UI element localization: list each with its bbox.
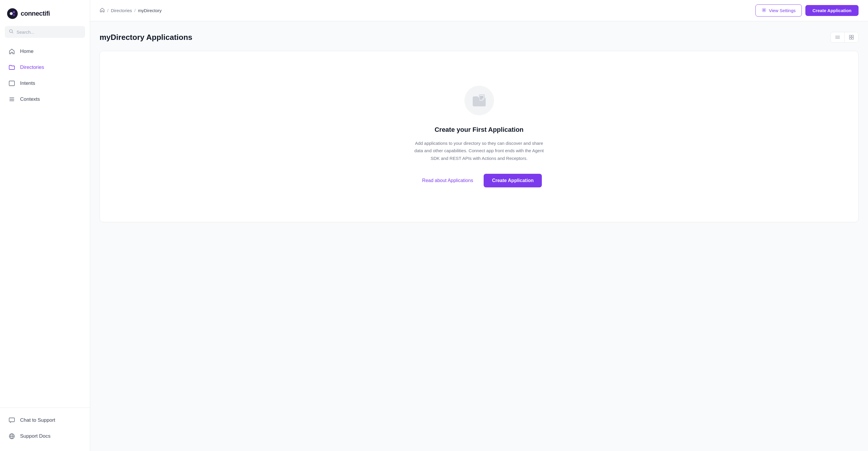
main-content: / Directories / myDirectory View Setting…: [90, 0, 868, 451]
logo-icon: [7, 8, 18, 19]
breadcrumb-directories[interactable]: Directories: [111, 8, 132, 13]
create-application-button[interactable]: Create Application: [484, 174, 542, 187]
svg-rect-9: [9, 418, 14, 422]
empty-folder-icon: [470, 92, 488, 109]
page-title: myDirectory Applications: [99, 33, 192, 42]
view-toggle: [831, 32, 859, 42]
list-view-button[interactable]: [831, 32, 844, 42]
search-icon: [9, 29, 13, 35]
create-application-header-button[interactable]: Create Application: [805, 5, 859, 16]
grid-view-button[interactable]: [844, 32, 858, 42]
chat-icon: [8, 417, 16, 424]
breadcrumb: / Directories / myDirectory: [99, 7, 162, 13]
svg-point-1: [10, 12, 13, 15]
search-input[interactable]: [17, 30, 81, 35]
breadcrumb-home-icon: [99, 7, 105, 13]
breadcrumb-current: myDirectory: [138, 8, 162, 13]
svg-rect-18: [852, 35, 854, 37]
sidebar-item-directories-label: Directories: [20, 64, 44, 70]
folder-icon: [8, 64, 16, 71]
view-settings-button[interactable]: View Settings: [755, 4, 802, 17]
sidebar-item-support-docs[interactable]: Support Docs: [4, 428, 86, 444]
page-header-row: myDirectory Applications: [99, 32, 859, 42]
empty-icon-wrapper: [464, 86, 494, 115]
logo: connectifi: [0, 0, 90, 26]
svg-rect-17: [849, 35, 851, 37]
nav-menu: Home Directories Intents: [0, 44, 90, 408]
svg-rect-19: [849, 37, 851, 39]
sidebar: connectifi Home: [0, 0, 90, 451]
svg-rect-20: [852, 37, 854, 39]
list-icon: [8, 96, 16, 103]
view-settings-label: View Settings: [769, 8, 796, 13]
svg-point-3: [13, 14, 15, 16]
sidebar-item-chat-support[interactable]: Chat to Support: [4, 413, 86, 428]
search-wrapper: [5, 26, 85, 38]
sidebar-item-intents[interactable]: Intents: [4, 76, 86, 91]
support-docs-label: Support Docs: [20, 433, 51, 439]
sidebar-item-directories[interactable]: Directories: [4, 60, 86, 75]
chat-support-label: Chat to Support: [20, 417, 55, 423]
create-app-header-label: Create Application: [812, 8, 851, 13]
sidebar-item-home-label: Home: [20, 49, 33, 54]
svg-point-13: [764, 9, 765, 11]
read-about-label: Read about Applications: [422, 178, 473, 183]
globe-icon: [8, 433, 16, 440]
header-actions: View Settings Create Application: [755, 4, 859, 17]
sidebar-footer: Chat to Support Support Docs: [0, 408, 90, 451]
empty-state-description: Add applications to your directory so th…: [411, 140, 547, 162]
empty-state-card: Create your First Application Add applic…: [99, 51, 859, 222]
gear-icon: [762, 8, 766, 13]
empty-state-title: Create your First Application: [435, 126, 524, 133]
svg-point-2: [13, 11, 15, 13]
search-container: [0, 26, 90, 44]
svg-rect-5: [9, 81, 14, 86]
window-icon: [8, 80, 16, 87]
breadcrumb-sep1: /: [107, 8, 108, 13]
read-about-button[interactable]: Read about Applications: [416, 174, 479, 187]
empty-state-actions: Read about Applications Create Applicati…: [416, 174, 542, 187]
create-app-label: Create Application: [492, 178, 533, 183]
sidebar-item-intents-label: Intents: [20, 80, 35, 86]
page-body: myDirectory Applications: [90, 21, 868, 451]
breadcrumb-sep2: /: [134, 8, 135, 13]
sidebar-item-contexts-label: Contexts: [20, 96, 40, 102]
home-icon: [8, 48, 16, 55]
top-header: / Directories / myDirectory View Setting…: [90, 0, 868, 21]
brand-name: connectifi: [21, 10, 50, 18]
sidebar-item-contexts[interactable]: Contexts: [4, 92, 86, 107]
sidebar-item-home[interactable]: Home: [4, 44, 86, 59]
